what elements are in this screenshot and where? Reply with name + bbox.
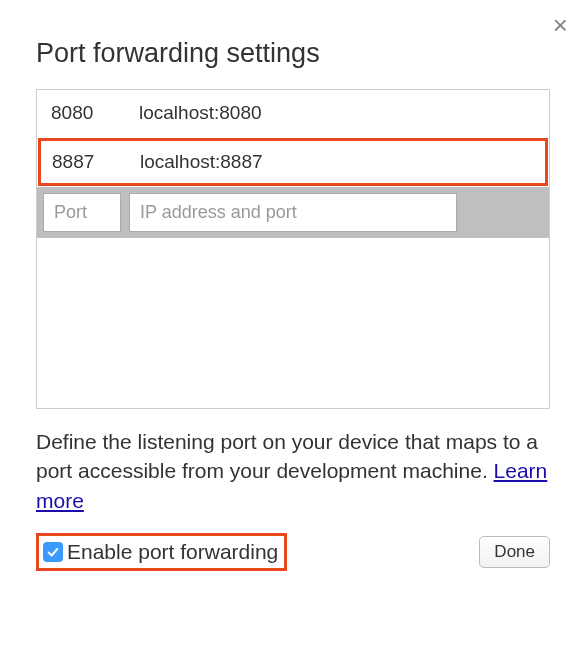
close-icon[interactable]: × xyxy=(553,12,568,38)
port-input-row xyxy=(37,187,549,238)
description-text: Define the listening port on your device… xyxy=(36,430,538,482)
port-row[interactable]: 8080 localhost:8080 xyxy=(37,90,549,136)
dialog-footer: Enable port forwarding Done xyxy=(36,533,550,571)
address-input[interactable] xyxy=(129,193,457,232)
checkbox-label: Enable port forwarding xyxy=(67,540,278,564)
address-value: localhost:8887 xyxy=(140,151,534,173)
port-row[interactable]: 8887 localhost:8887 xyxy=(38,138,548,186)
port-list: 8080 localhost:8080 8887 localhost:8887 xyxy=(36,89,550,409)
done-button[interactable]: Done xyxy=(479,536,550,568)
dialog-description: Define the listening port on your device… xyxy=(36,427,550,515)
dialog-title: Port forwarding settings xyxy=(36,38,550,69)
checkbox-icon xyxy=(43,542,63,562)
address-value: localhost:8080 xyxy=(139,102,535,124)
port-forwarding-dialog: × Port forwarding settings 8080 localhos… xyxy=(0,0,586,603)
port-input[interactable] xyxy=(43,193,121,232)
enable-port-forwarding-checkbox[interactable]: Enable port forwarding xyxy=(36,533,287,571)
port-value: 8887 xyxy=(52,151,140,173)
port-value: 8080 xyxy=(51,102,139,124)
